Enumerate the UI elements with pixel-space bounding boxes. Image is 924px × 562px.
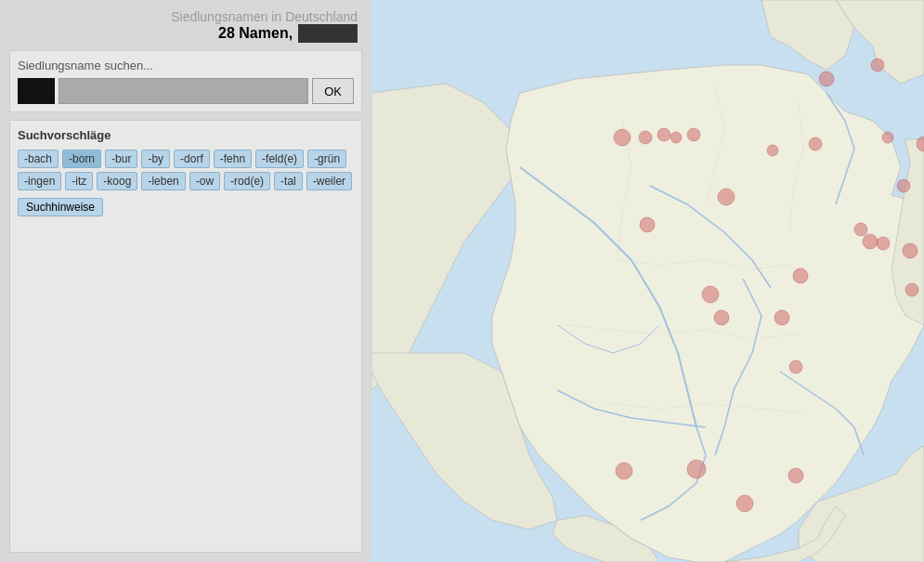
suggestion-tag[interactable]: -grün <box>307 150 346 168</box>
map-dot <box>640 217 655 232</box>
map-dot <box>897 179 910 192</box>
suggestion-tag[interactable]: -tal <box>274 172 303 190</box>
highlight-box <box>298 24 358 43</box>
tags-row-2: -ingen-itz-koog-leben-ow-rod(e)-tal-weil… <box>18 172 354 190</box>
suggestion-tag[interactable]: -koog <box>97 172 137 190</box>
map-dot <box>793 268 808 283</box>
suggestion-tag[interactable]: -leben <box>141 172 185 190</box>
map-dot <box>882 132 893 143</box>
suggestion-tag[interactable]: -fehn <box>214 150 252 168</box>
tags-row-1: -bach-born-bur-by-dorf-fehn-feld(e)-grün <box>18 150 354 168</box>
map-dot <box>687 460 706 478</box>
search-input[interactable] <box>59 78 308 104</box>
map-dot <box>774 310 789 325</box>
suggestions-title: Suchvorschläge <box>18 128 354 142</box>
map-dot <box>714 310 729 325</box>
map-section <box>371 0 924 562</box>
sub-title: 28 Namen, <box>9 24 358 43</box>
map-dot <box>854 223 867 236</box>
suggestion-tag[interactable]: -born <box>62 150 101 168</box>
suggestion-tag[interactable]: -feld(e) <box>255 150 304 168</box>
map-dot <box>905 283 918 296</box>
search-black-box <box>18 78 55 104</box>
map-dot <box>718 189 735 205</box>
suggestion-tag[interactable]: -itz <box>65 172 93 190</box>
map-dot <box>639 131 652 144</box>
ok-button[interactable]: OK <box>312 78 354 104</box>
map-dot <box>736 495 753 512</box>
map-dot <box>863 234 878 249</box>
search-row: OK <box>18 78 354 104</box>
map-dot <box>809 137 822 150</box>
suggestions-section: Suchvorschläge -bach-born-bur-by-dorf-fe… <box>9 120 362 553</box>
suggestion-tag[interactable]: -by <box>141 150 170 168</box>
suggestion-tag[interactable]: -bach <box>18 150 59 168</box>
suggestion-tag[interactable]: -ingen <box>18 172 61 190</box>
suchhinweise-button[interactable]: Suchhinweise <box>18 198 103 216</box>
suggestion-tag[interactable]: -bur <box>105 150 137 168</box>
main-title: Siedlungsnamen in Deutschland <box>9 9 358 24</box>
map-dot <box>871 59 884 72</box>
map-dot <box>687 128 700 141</box>
map-dot <box>614 129 631 146</box>
map-dot <box>789 360 802 373</box>
map-dot <box>788 468 803 483</box>
map-svg <box>371 0 924 562</box>
suggestion-tag[interactable]: -dorf <box>174 150 210 168</box>
left-panel: Siedlungsnamen in Deutschland 28 Namen, … <box>0 0 371 562</box>
suggestion-tag[interactable]: -weiler <box>306 172 352 190</box>
count-label: 28 Namen, <box>218 25 293 42</box>
title-section: Siedlungsnamen in Deutschland 28 Namen, <box>9 9 362 43</box>
map-dot <box>819 72 834 86</box>
suggestion-tag[interactable]: -rod(e) <box>224 172 270 190</box>
map-dot <box>877 237 890 250</box>
search-label: Siedlungsname suchen... <box>18 59 354 72</box>
map-dot <box>702 286 719 303</box>
search-section: Siedlungsname suchen... OK <box>9 50 362 112</box>
suggestion-tag[interactable]: -ow <box>189 172 220 190</box>
map-dot <box>657 128 670 141</box>
map-dot <box>903 243 917 258</box>
map-dot <box>670 132 682 143</box>
map-dot <box>767 145 778 156</box>
map-dot <box>616 463 632 479</box>
